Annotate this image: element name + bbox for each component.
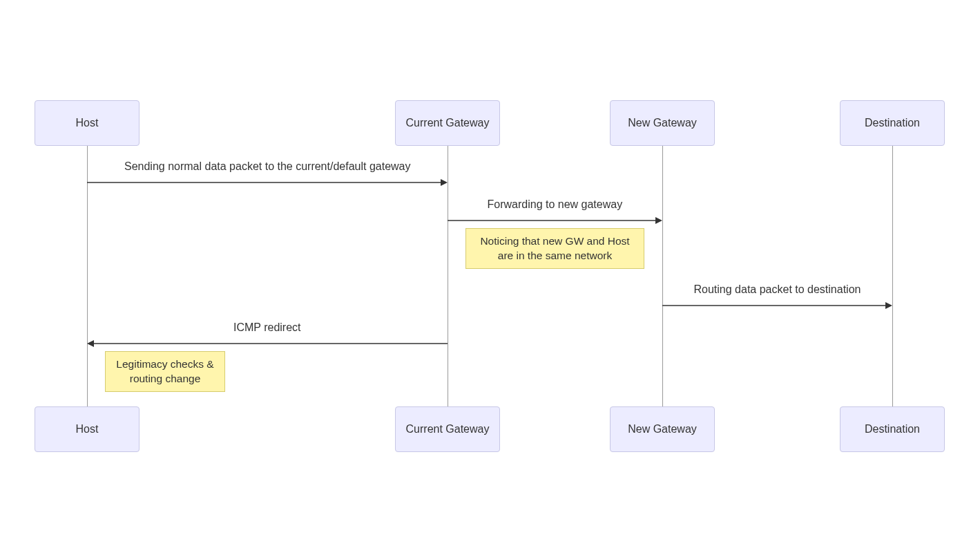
actor-current-gateway-bottom: Current Gateway: [395, 406, 500, 452]
actor-label: Destination: [865, 423, 920, 435]
note: Legitimacy checks & routing change: [105, 351, 225, 392]
note-text: Noticing that new GW and Host are in the…: [480, 234, 629, 262]
message-arrow: [448, 215, 662, 226]
lifeline-new-gateway: [662, 146, 663, 406]
message-text: ICMP redirect: [233, 321, 301, 333]
actor-destination-bottom: Destination: [840, 406, 945, 452]
actor-label: Host: [76, 117, 99, 129]
sequence-diagram: Host Current Gateway New Gateway Destina…: [0, 0, 980, 553]
lifeline-current-gateway: [448, 146, 448, 406]
message-label: Forwarding to new gateway: [488, 198, 623, 211]
message-text: Forwarding to new gateway: [488, 198, 623, 210]
actor-current-gateway-top: Current Gateway: [395, 100, 500, 146]
actor-host-top: Host: [35, 100, 140, 146]
actor-label: Host: [76, 423, 99, 435]
note-text: Legitimacy checks & routing change: [116, 357, 213, 385]
message-text: Sending normal data packet to the curren…: [124, 160, 410, 172]
actor-destination-top: Destination: [840, 100, 945, 146]
svg-marker-3: [655, 217, 662, 224]
actor-host-bottom: Host: [35, 406, 140, 452]
actor-label: New Gateway: [628, 117, 697, 129]
message-arrow: [87, 177, 448, 188]
actor-label: Current Gateway: [406, 423, 490, 435]
svg-marker-5: [885, 302, 892, 309]
actor-label: Destination: [865, 117, 920, 129]
message-label: ICMP redirect: [233, 321, 301, 334]
message-label: Sending normal data packet to the curren…: [124, 160, 410, 173]
svg-marker-1: [441, 179, 448, 186]
note: Noticing that new GW and Host are in the…: [465, 228, 644, 269]
message-arrow: [662, 300, 892, 311]
lifeline-destination: [892, 146, 893, 406]
actor-label: Current Gateway: [406, 117, 490, 129]
actor-label: New Gateway: [628, 423, 697, 435]
actor-new-gateway-top: New Gateway: [610, 100, 715, 146]
svg-marker-7: [87, 340, 94, 347]
actor-new-gateway-bottom: New Gateway: [610, 406, 715, 452]
message-label: Routing data packet to destination: [694, 283, 861, 296]
message-arrow: [87, 338, 448, 349]
message-text: Routing data packet to destination: [694, 283, 861, 295]
